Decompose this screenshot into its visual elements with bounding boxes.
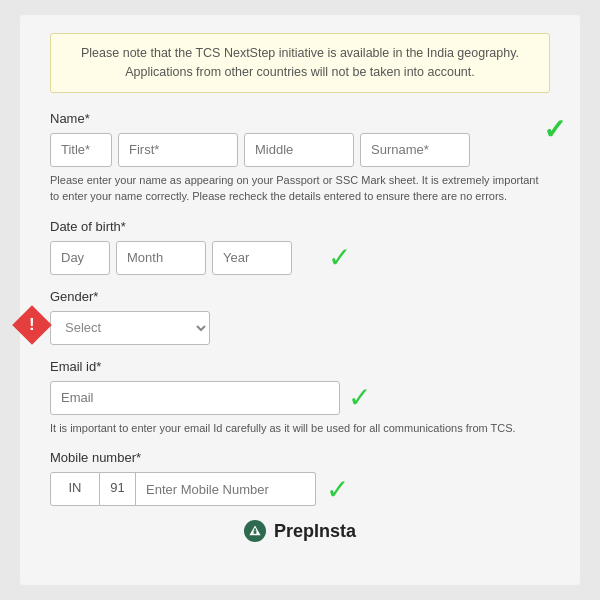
gender-select[interactable]: Select Male Female Other bbox=[50, 311, 210, 345]
email-label: Email id* bbox=[50, 359, 550, 374]
form-container: Please note that the TCS NextStep initia… bbox=[20, 15, 580, 585]
name-row: ✓ bbox=[50, 133, 550, 167]
notice-line2: Applications from other countries will n… bbox=[125, 65, 475, 79]
svg-point-2 bbox=[254, 528, 256, 530]
dob-row: ✓ bbox=[50, 241, 550, 275]
name-checkmark: ✓ bbox=[543, 113, 566, 146]
email-checkmark: ✓ bbox=[348, 381, 371, 414]
prepinsta-logo-icon bbox=[248, 524, 262, 538]
mobile-checkmark: ✓ bbox=[326, 473, 349, 506]
dob-checkmark: ✓ bbox=[328, 241, 351, 274]
email-helper: It is important to enter your email Id c… bbox=[50, 420, 550, 437]
warning-exclamation: ! bbox=[29, 314, 35, 334]
month-input[interactable] bbox=[116, 241, 206, 275]
name-helper: Please enter your name as appearing on y… bbox=[50, 172, 550, 205]
dob-label: Date of birth* bbox=[50, 219, 550, 234]
day-input[interactable] bbox=[50, 241, 110, 275]
svg-rect-1 bbox=[254, 530, 257, 534]
footer: PrepInsta bbox=[50, 520, 550, 542]
mobile-country: IN bbox=[50, 472, 100, 506]
notice-box: Please note that the TCS NextStep initia… bbox=[50, 33, 550, 93]
surname-input[interactable] bbox=[360, 133, 470, 167]
prepinsta-label: PrepInsta bbox=[274, 521, 356, 542]
mobile-code: 91 bbox=[100, 472, 136, 506]
gender-field-group: ! Gender* Select Male Female Other bbox=[50, 289, 550, 345]
warning-icon: ! bbox=[12, 305, 52, 345]
gender-label: Gender* bbox=[50, 289, 550, 304]
prepinsta-logo bbox=[244, 520, 266, 542]
mobile-field-group: Mobile number* IN 91 ✓ bbox=[50, 450, 550, 506]
dob-field-group: Date of birth* ✓ bbox=[50, 219, 550, 275]
email-field-group: Email id* ✓ It is important to enter you… bbox=[50, 359, 550, 437]
title-input[interactable] bbox=[50, 133, 112, 167]
name-label: Name* bbox=[50, 111, 550, 126]
name-field-group: Name* ✓ Please enter your name as appear… bbox=[50, 111, 550, 205]
middle-name-input[interactable] bbox=[244, 133, 354, 167]
notice-line1: Please note that the TCS NextStep initia… bbox=[81, 46, 519, 60]
email-row: ✓ bbox=[50, 381, 550, 415]
mobile-number-input[interactable] bbox=[136, 472, 316, 506]
email-input[interactable] bbox=[50, 381, 340, 415]
mobile-label: Mobile number* bbox=[50, 450, 550, 465]
year-input[interactable] bbox=[212, 241, 292, 275]
first-name-input[interactable] bbox=[118, 133, 238, 167]
mobile-row: IN 91 ✓ bbox=[50, 472, 550, 506]
